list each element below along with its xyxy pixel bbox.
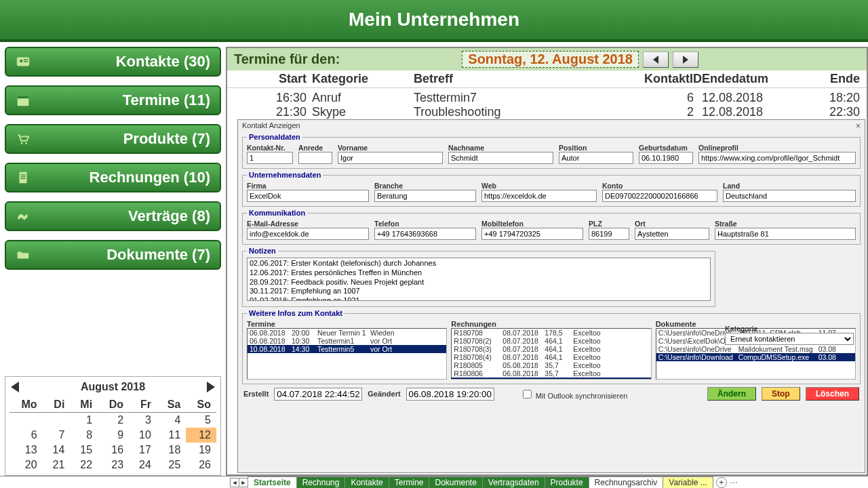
stop-button[interactable]: Stop <box>762 387 800 401</box>
cal-day[interactable]: 7 <box>43 428 71 443</box>
cal-day[interactable]: 23 <box>98 458 129 472</box>
svg-rect-5 <box>18 96 29 99</box>
loeschen-button[interactable]: Löschen <box>806 387 859 401</box>
cal-day[interactable]: 3 <box>129 413 157 428</box>
cal-day[interactable]: 11 <box>157 428 186 443</box>
select-kategorie[interactable]: Erneut kontaktieren <box>725 333 854 345</box>
cal-day[interactable] <box>43 413 71 428</box>
termine-row[interactable]: 16:30AnrufTesttermin7612.08.201818:20 <box>234 91 860 105</box>
input-strasse[interactable] <box>715 228 856 240</box>
sheet-tab[interactable]: Dokumente <box>429 476 482 488</box>
listbox-termine[interactable]: 06.08.201820:00Neuer Termin 1Wieden06.08… <box>247 328 447 380</box>
sheet-tab[interactable]: Variable ... <box>663 476 713 488</box>
input-telefon[interactable] <box>374 228 476 240</box>
cal-day[interactable]: 19 <box>186 443 216 458</box>
cal-day[interactable]: 1 <box>70 413 98 428</box>
input-firma[interactable] <box>247 190 369 202</box>
list-item[interactable]: R180708(3)08.07.2018464,1Exceltoo <box>452 345 650 353</box>
nav-label: Termine (11) <box>123 92 210 109</box>
sheet-tab[interactable]: Rechnung <box>296 476 346 488</box>
cal-day[interactable]: 22 <box>70 458 98 472</box>
input-plz[interactable] <box>589 228 629 240</box>
calendar-grid[interactable]: MoDiMiDoFrSaSo12345678910111213141516171… <box>9 397 216 472</box>
cal-day[interactable]: 5 <box>186 413 216 428</box>
list-item[interactable]: R18080505.08.201835,7Exceltoo <box>452 361 650 369</box>
input-web[interactable] <box>481 190 597 202</box>
list-item[interactable]: C:\Users\info\OneDriveMaildokument Test.… <box>656 345 855 353</box>
termine-row[interactable]: 21:30SkypeTroubleshooting212.08.201822:3… <box>234 105 860 119</box>
list-item[interactable]: 06.08.201810:30Testtermin1vor Ort <box>248 337 446 345</box>
input-konto[interactable] <box>602 190 717 202</box>
list-item[interactable]: R18081111.08.201836,89Exceltoo <box>452 378 650 380</box>
cal-day[interactable]: 10 <box>129 428 157 443</box>
nav-produkte[interactable]: Produkte (7) <box>5 124 221 154</box>
list-item[interactable]: R18080606.08.201835,7Exceltoo <box>452 369 650 378</box>
list-item[interactable]: 10.08.201814:30Testtermin5vor Ort <box>248 345 446 353</box>
cal-day[interactable]: 24 <box>129 458 157 472</box>
close-icon[interactable]: × <box>856 121 861 131</box>
sheet-tab[interactable]: Vertragsdaten <box>482 476 545 488</box>
sheet-tab[interactable]: Produkte <box>545 476 589 488</box>
date-prev-button[interactable] <box>643 52 669 68</box>
input-onlineprofil[interactable] <box>698 152 856 164</box>
textarea-notizen[interactable]: 02.06.2017: Erster Kontakt (telefonisch)… <box>247 258 711 301</box>
cal-day[interactable]: 9 <box>98 428 129 443</box>
input-email[interactable] <box>247 228 369 240</box>
cal-prev-icon[interactable] <box>11 382 22 392</box>
list-item[interactable]: R180708(4)08.07.2018464,1Exceltoo <box>452 353 650 361</box>
nav-rechnungen[interactable]: Rechnungen (10) <box>5 163 221 192</box>
cal-day[interactable]: 26 <box>186 458 216 472</box>
list-item[interactable]: R18070808.07.2018178,5Exceltoo <box>452 329 650 337</box>
cal-next-icon[interactable] <box>204 382 215 392</box>
cal-day[interactable]: 15 <box>70 443 98 458</box>
input-branche[interactable] <box>374 190 476 202</box>
input-mobil[interactable] <box>481 228 583 240</box>
cal-day[interactable]: 14 <box>43 443 71 458</box>
nav-termine[interactable]: Termine (11) <box>5 85 221 115</box>
cal-day[interactable]: 13 <box>9 443 43 458</box>
list-item[interactable]: 06.08.201820:00Neuer Termin 1Wieden <box>248 329 446 337</box>
cal-day[interactable]: 6 <box>9 428 43 443</box>
sheet-tab[interactable]: Termine <box>389 476 430 488</box>
cal-title: August 2018 <box>81 381 145 393</box>
add-sheet-button[interactable]: + <box>716 477 727 488</box>
col-endedatum: Endedatum <box>702 72 785 86</box>
input-land[interactable] <box>723 190 856 202</box>
input-nachname[interactable] <box>448 152 553 164</box>
nav-vertraege[interactable]: Verträge (8) <box>5 201 221 231</box>
cal-day[interactable]: 8 <box>70 428 98 443</box>
input-ort[interactable] <box>635 228 709 240</box>
checkbox-outlook[interactable] <box>523 390 532 399</box>
main-panel: Termine für den: Sonntag, 12. August 201… <box>226 47 868 476</box>
sheet-tab[interactable]: Rechnungsarchiv <box>589 476 664 488</box>
list-item[interactable]: R180708(2)08.07.2018464,1Exceltoo <box>452 337 650 345</box>
cal-day[interactable]: 18 <box>157 443 186 458</box>
more-tabs-icon[interactable]: ⋯ <box>730 478 738 487</box>
date-next-button[interactable] <box>673 52 698 68</box>
sheet-tab[interactable]: Kontakte <box>344 476 389 488</box>
cal-day[interactable]: 2 <box>98 413 129 428</box>
input-geburtsdatum[interactable] <box>639 152 693 164</box>
input-position[interactable] <box>559 152 633 164</box>
checkbox-outlook-label[interactable]: Mit Outlook synchronisieren <box>520 388 628 401</box>
input-vorname[interactable] <box>338 152 443 164</box>
lbl-plz: PLZ <box>589 220 629 228</box>
nav-kontakte[interactable]: Kontakte (30) <box>5 47 221 77</box>
cal-day[interactable]: 20 <box>9 458 43 472</box>
cal-day[interactable]: 21 <box>43 458 71 472</box>
cal-day[interactable] <box>9 413 43 428</box>
cal-day[interactable]: 4 <box>157 413 186 428</box>
sheet-tab[interactable]: Startseite <box>248 476 297 488</box>
cal-day[interactable]: 16 <box>98 443 129 458</box>
input-anrede[interactable] <box>298 152 332 164</box>
nav-dokumente[interactable]: Dokumente (7) <box>5 240 221 270</box>
cal-day[interactable]: 12 <box>186 428 216 443</box>
input-kontaktnr[interactable] <box>247 152 293 164</box>
cal-day[interactable]: 17 <box>129 443 157 458</box>
cal-day[interactable]: 25 <box>157 458 186 472</box>
list-item[interactable]: C:\Users\info\DownloadCompuDMSSetup.exe0… <box>656 353 855 361</box>
tab-scroll-controls[interactable]: ◄► <box>231 478 248 487</box>
listbox-rechnungen[interactable]: R18070808.07.2018178,5ExceltooR180708(2)… <box>451 328 651 380</box>
svg-rect-9 <box>20 174 25 175</box>
aendern-button[interactable]: Ändern <box>707 387 756 401</box>
